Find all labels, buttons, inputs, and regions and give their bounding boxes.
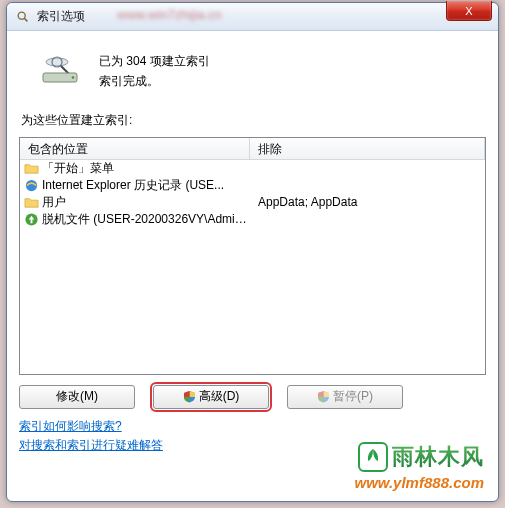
header-excluded[interactable]: 排除 <box>250 138 485 159</box>
watermark-url-blur: www.win7zhijia.cn <box>117 7 222 22</box>
offline-files-icon <box>24 212 39 227</box>
button-label: 高级(D) <box>199 388 240 405</box>
row-text: 脱机文件 (USER-20200326VY\Admin... <box>42 211 250 228</box>
index-drive-icon <box>39 49 83 85</box>
header-included[interactable]: 包含的位置 <box>20 138 250 159</box>
watermark-logo: 雨林木风 <box>355 442 485 472</box>
list-body: 「开始」菜单 Internet Explorer 历史记录 (USE... <box>20 160 485 374</box>
status-line2: 索引完成。 <box>99 71 210 91</box>
leaf-icon <box>358 442 388 472</box>
dialog-content: 已为 304 项建立索引 索引完成。 为这些位置建立索引: 包含的位置 排除 「… <box>7 31 498 501</box>
advanced-button[interactable]: 高级(D) <box>153 385 269 409</box>
list-item[interactable]: 脱机文件 (USER-20200326VY\Admin... <box>20 211 485 228</box>
link-search-effect[interactable]: 索引如何影响搜索? <box>19 417 486 436</box>
modify-button[interactable]: 修改(M) <box>19 385 135 409</box>
search-icon <box>15 9 31 25</box>
close-icon: X <box>465 5 472 17</box>
svg-point-0 <box>18 12 25 19</box>
row-text: 「开始」菜单 <box>42 160 114 177</box>
button-label: 暂停(P) <box>333 388 373 405</box>
row-text: 用户 <box>42 194 66 211</box>
row-exclude: AppData; AppData <box>250 195 485 209</box>
svg-point-2 <box>46 58 68 66</box>
section-label: 为这些位置建立索引: <box>21 112 486 129</box>
list-item[interactable]: 用户 AppData; AppData <box>20 194 485 211</box>
svg-line-1 <box>24 18 27 21</box>
list-item[interactable]: 「开始」菜单 <box>20 160 485 177</box>
close-button[interactable]: X <box>446 1 492 21</box>
window-title: 索引选项 <box>37 8 85 25</box>
button-row: 修改(M) 高级(D) 暂停(P) <box>19 385 486 409</box>
status-row: 已为 304 项建立索引 索引完成。 <box>39 49 486 92</box>
watermark-brand: 雨林木风 <box>392 442 484 472</box>
list-item[interactable]: Internet Explorer 历史记录 (USE... <box>20 177 485 194</box>
list-header: 包含的位置 排除 <box>20 138 485 160</box>
row-text: Internet Explorer 历史记录 (USE... <box>42 177 224 194</box>
status-text: 已为 304 项建立索引 索引完成。 <box>99 49 210 92</box>
folder-icon <box>24 161 39 176</box>
locations-list: 包含的位置 排除 「开始」菜单 <box>19 137 486 375</box>
ie-icon <box>24 178 39 193</box>
folder-icon <box>24 195 39 210</box>
watermark-url: www.ylmf888.com <box>355 474 485 491</box>
titlebar: 索引选项 www.win7zhijia.cn X <box>7 3 498 31</box>
pause-button[interactable]: 暂停(P) <box>287 385 403 409</box>
uac-shield-icon <box>183 390 196 403</box>
button-label: 修改(M) <box>56 388 98 405</box>
svg-point-6 <box>72 76 75 79</box>
watermark: 雨林木风 www.ylmf888.com <box>355 442 485 491</box>
status-line1: 已为 304 项建立索引 <box>99 51 210 71</box>
uac-shield-icon <box>317 390 330 403</box>
dialog-window: 索引选项 www.win7zhijia.cn X 已为 304 项建立索引 索引… <box>6 2 499 502</box>
